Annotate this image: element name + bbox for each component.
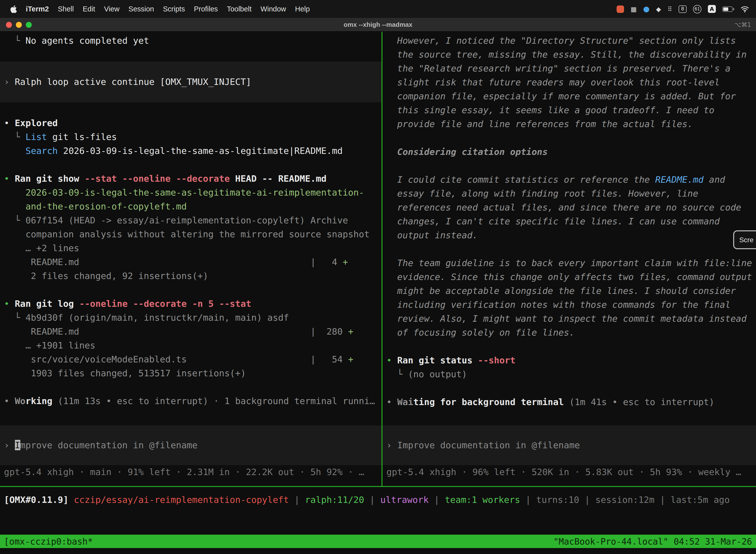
text-run: rking bbox=[25, 396, 52, 406]
text-run: | bbox=[364, 494, 380, 505]
terminal-line: review. Also, I might want to inspect th… bbox=[382, 312, 756, 326]
tmux-host-clock: "MacBook-Pro-44.local" 04:52 31-Mar-26 bbox=[553, 536, 752, 546]
traffic-lights bbox=[6, 21, 32, 27]
terminal-line: companion analysis without altering the … bbox=[0, 227, 381, 241]
terminal-line bbox=[382, 159, 756, 173]
text-run: 1903 files changed, 513517 insertions(+) bbox=[4, 368, 246, 378]
window-shortcut-badge: ⌥⌘1 bbox=[735, 21, 751, 28]
menu-item-profiles[interactable]: Profiles bbox=[189, 5, 223, 13]
menu-item-session[interactable]: Session bbox=[124, 5, 159, 13]
terminal-line: … +2 lines bbox=[0, 241, 381, 255]
menu-item-scripts[interactable]: Scripts bbox=[159, 5, 189, 13]
input-source-icon[interactable]: A bbox=[708, 5, 716, 13]
dots-grid-icon[interactable]: ⠿ bbox=[668, 6, 672, 12]
text-run: • bbox=[386, 397, 397, 407]
text-run: └ 067f154 (HEAD -> essay/ai-reimplementa… bbox=[4, 215, 348, 225]
terminal-line: 2026-03-09-is-legal-the-same-as-legitima… bbox=[0, 186, 381, 200]
window-grid-icon[interactable]: ▦ bbox=[630, 6, 637, 12]
clipped-screen-button[interactable]: Scre bbox=[733, 230, 756, 249]
text-run: the "Related research writing" section i… bbox=[386, 63, 731, 73]
terminal-line: • Waiting for background terminal (1m 41… bbox=[382, 395, 756, 409]
terminal-line: └ 4b9d30f (origin/main, instructkr/main,… bbox=[0, 311, 381, 325]
terminal-line: └ No agents completed yet bbox=[0, 34, 381, 48]
text-run: Wai bbox=[397, 397, 413, 407]
apple-menu-icon[interactable] bbox=[5, 5, 21, 13]
text-run: › bbox=[4, 440, 15, 450]
wifi-icon[interactable] bbox=[741, 6, 749, 12]
terminal-line: › Ralph loop active continue [OMX_TMUX_I… bbox=[0, 75, 381, 89]
text-run: 2026-03-09-is-legal-the-same-as-legitima… bbox=[58, 146, 343, 156]
menu-item-view[interactable]: View bbox=[100, 5, 124, 13]
text-run: turns:10 bbox=[536, 494, 579, 505]
terminal-pane-right[interactable]: However, I noticed the "Directory Struct… bbox=[382, 32, 756, 486]
text-run: companion file, especially if more comme… bbox=[386, 91, 736, 101]
text-run: No agents completed yet bbox=[25, 35, 149, 46]
terminal-line bbox=[382, 381, 756, 395]
text-run: • bbox=[4, 173, 15, 184]
text-run: I could cite commit statistics or refere… bbox=[386, 174, 655, 185]
text-run: Ran git show bbox=[15, 173, 79, 184]
menu-item-shell[interactable]: Shell bbox=[53, 5, 78, 13]
terminal-line bbox=[0, 158, 381, 172]
menu-item-window[interactable]: Window bbox=[256, 5, 291, 13]
minimize-button[interactable] bbox=[16, 21, 22, 27]
blue-app-menu-icon[interactable]: ● bbox=[643, 5, 649, 13]
terminal-line bbox=[382, 340, 756, 353]
close-button[interactable] bbox=[6, 21, 12, 27]
zoom-button[interactable] bbox=[26, 21, 32, 27]
text-run: mprove documentation in @filename bbox=[20, 440, 197, 450]
terminal-line: README.md | 4 + bbox=[0, 255, 381, 269]
terminal-line: › Improve documentation in @filename bbox=[0, 438, 381, 452]
prompt-input-right[interactable]: › Improve documentation in @filename bbox=[382, 426, 756, 465]
text-run: However, I noticed the "Directory Struct… bbox=[386, 35, 736, 46]
text-run: review. Also, I might want to inspect th… bbox=[386, 313, 747, 324]
text-run: + bbox=[342, 257, 348, 267]
menu-item-iterm2[interactable]: iTerm2 bbox=[21, 5, 53, 13]
terminal-line bbox=[0, 380, 381, 394]
terminal-line: evidence. Since this change only affects… bbox=[382, 270, 756, 284]
text-run: provide file and line references from th… bbox=[386, 119, 693, 129]
key-8-icon[interactable]: 8 bbox=[679, 5, 687, 13]
terminal-line: output instead. bbox=[382, 228, 756, 242]
terminal-line: └ 067f154 (HEAD -> essay/ai-reimplementa… bbox=[0, 214, 381, 227]
left-spacer bbox=[0, 408, 381, 426]
terminal-line: changes, I can't cite specific file line… bbox=[382, 214, 756, 228]
terminal-line: 2 files changed, 92 insertions(+) bbox=[0, 269, 381, 283]
terminal-line: provide file and line references from th… bbox=[382, 117, 756, 131]
battery-icon[interactable] bbox=[722, 6, 734, 12]
text-run: + bbox=[348, 326, 354, 337]
text-run: (1m 41s • esc to interrupt) bbox=[564, 397, 714, 407]
prompt-input-left[interactable]: › Improve documentation in @filename bbox=[0, 426, 381, 465]
terminal-line: including verification notes with those … bbox=[382, 298, 756, 312]
terminal-line: └ (no output) bbox=[382, 367, 756, 381]
terminal-line: slight risk that future readers may over… bbox=[382, 75, 756, 89]
menu-item-help[interactable]: Help bbox=[291, 5, 315, 13]
terminal-line: might be acceptable alongside the file l… bbox=[382, 284, 756, 298]
text-run: └ 4b9d30f (origin/main, instructkr/main,… bbox=[4, 312, 289, 323]
text-run: (11m 13s • esc to interrupt) · 1 backgro… bbox=[52, 396, 375, 406]
title-bar[interactable]: omx --xhigh --madmax ⌥⌘1 bbox=[0, 18, 756, 32]
terminal-line: and-the-erosion-of-copyleft.md bbox=[0, 200, 381, 214]
text-run: … +2 lines bbox=[4, 243, 79, 253]
menu-item-toolbelt[interactable]: Toolbelt bbox=[222, 5, 256, 13]
screen-recording-indicator-icon[interactable] bbox=[617, 5, 624, 13]
text-run: --stat --oneline --decorate bbox=[79, 173, 230, 184]
meter-61-icon[interactable]: 61 bbox=[693, 5, 701, 13]
terminal-line: 1903 files changed, 513517 insertions(+) bbox=[0, 366, 381, 380]
left-scrollback: • Explored └ List git ls-files Search 20… bbox=[0, 116, 381, 408]
menu-item-edit[interactable]: Edit bbox=[78, 5, 100, 13]
text-run: Search bbox=[25, 146, 58, 156]
terminal-line: of focusing solely on file lines. bbox=[382, 326, 756, 340]
omx-status-pane: [OMX#0.11.9] cczip/essay/ai-reimplementa… bbox=[0, 487, 756, 535]
terminal-line: this single essay, it seems like a good … bbox=[382, 103, 756, 117]
text-run: • bbox=[386, 355, 397, 365]
terminal-pane-left[interactable]: └ No agents completed yet › Ralph loop a… bbox=[0, 32, 381, 486]
ralph-loop-banner[interactable]: › Ralph loop active continue [OMX_TMUX_I… bbox=[0, 62, 381, 102]
terminal-line: › Improve documentation in @filename bbox=[382, 438, 756, 452]
terminal-line: The team guideline is to back every impo… bbox=[382, 256, 756, 270]
dark-app-menu-icon[interactable]: ◆ bbox=[656, 6, 661, 12]
text-run: › bbox=[386, 440, 397, 450]
text-run: git ls-files bbox=[47, 131, 117, 142]
terminal-line bbox=[382, 242, 756, 256]
text-run: changes, I can't cite specific file line… bbox=[386, 216, 720, 226]
